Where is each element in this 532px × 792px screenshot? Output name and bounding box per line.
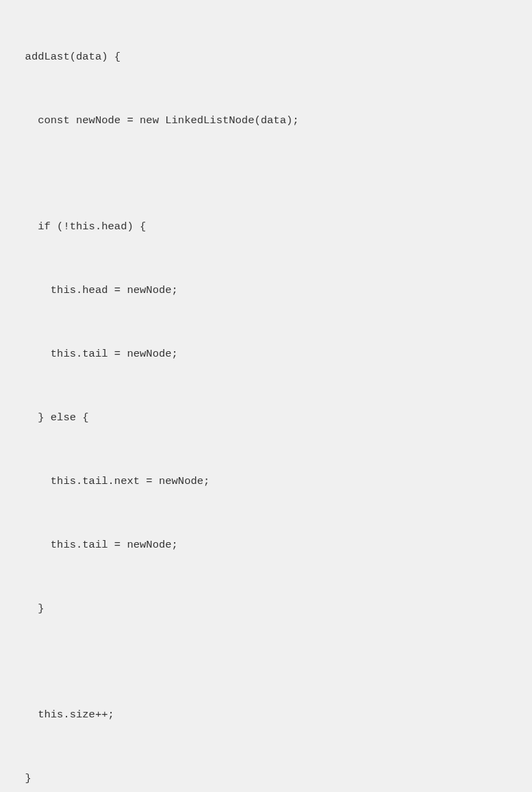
code-line: this.tail = newNode; bbox=[12, 344, 520, 365]
code-line: const newNode = new LinkedListNode(data)… bbox=[12, 110, 520, 131]
code-line: this.size++; bbox=[12, 704, 520, 726]
code-line: this.tail = newNode; bbox=[12, 535, 520, 556]
code-line: this.head = newNode; bbox=[12, 280, 520, 301]
code-line: addLast(data) { bbox=[12, 47, 520, 68]
code-line: } else { bbox=[12, 407, 520, 429]
code-line: } bbox=[12, 768, 520, 789]
code-line: if (!this.head) { bbox=[12, 216, 520, 238]
code-line: this.tail.next = newNode; bbox=[12, 471, 520, 492]
code-block: addLast(data) { const newNode = new Link… bbox=[0, 0, 532, 792]
code-line: } bbox=[12, 598, 520, 619]
